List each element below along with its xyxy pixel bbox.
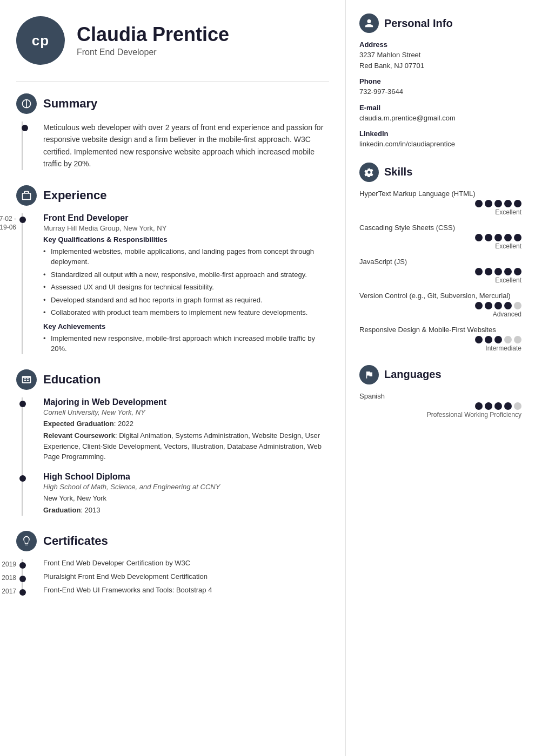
languages-list: SpanishProfessional Working Proficiency <box>359 392 521 418</box>
summary-text: Meticulous web developer with over 2 yea… <box>43 122 329 170</box>
skill-dot <box>494 268 502 275</box>
experience-header: Experience <box>16 185 329 206</box>
skill-dot <box>485 200 492 207</box>
linkedin-value: linkedin.com/in/claudiaprentice <box>359 139 521 150</box>
skill-dots <box>359 234 521 241</box>
skill-item: Responsive Design & Mobile-First Website… <box>359 326 521 352</box>
language-dot <box>514 402 521 410</box>
candidate-name: Claudia Prentice <box>77 24 229 45</box>
languages-header: Languages <box>359 365 521 384</box>
cert-year: 2017 <box>0 587 16 596</box>
skill-dot <box>475 268 483 275</box>
skill-item: Version Control (e.g., Git, Subversion, … <box>359 292 521 318</box>
languages-section: Languages SpanishProfessional Working Pr… <box>359 365 521 418</box>
personal-info-icon <box>359 14 379 33</box>
skill-level: Excellent <box>359 276 521 284</box>
linkedin-label: LinkedIn <box>359 130 521 138</box>
experience-section: Experience 2017-02 - 2019-06 Front End D… <box>16 185 329 354</box>
phone-label: Phone <box>359 77 521 85</box>
person-icon <box>364 18 374 28</box>
edu-item: High School Diploma High School of Math,… <box>43 472 329 516</box>
skill-dot <box>514 268 521 275</box>
skill-dot <box>485 302 492 309</box>
edu-item: Majoring in Web Development Cornell Univ… <box>43 397 329 462</box>
language-item: SpanishProfessional Working Proficiency <box>359 392 521 418</box>
responsibilities-list: Implemented websites, mobile application… <box>43 246 329 318</box>
skills-icon <box>359 163 379 182</box>
personal-info-section: Personal Info Address 3237 Mahlon Street… <box>359 14 521 150</box>
cert-year: 2019 <box>0 560 16 569</box>
edu-degree: Majoring in Web Development <box>43 397 329 407</box>
skill-level: Excellent <box>359 242 521 250</box>
skill-dot <box>514 302 521 309</box>
skill-name: HyperText Markup Language (HTML) <box>359 190 521 198</box>
skill-dot <box>504 268 512 275</box>
skill-dot <box>485 336 492 343</box>
info-linkedin: LinkedIn linkedin.com/in/claudiaprentice <box>359 130 521 150</box>
responsibility-item: Assessed UX and UI designs for technical… <box>43 282 329 293</box>
skill-dot <box>494 200 502 207</box>
language-dot <box>494 402 502 410</box>
settings-icon <box>364 167 374 177</box>
skill-dot <box>504 336 512 343</box>
languages-icon <box>359 365 379 384</box>
edu-degree: High School Diploma <box>43 472 329 482</box>
graduation-icon <box>21 374 32 385</box>
cert-text: Front-End Web UI Frameworks and Tools: B… <box>43 586 329 594</box>
responsibility-item: Developed standard and ad hoc reports in… <box>43 295 329 306</box>
certificates-section: Certificates 2019 Front End Web Develope… <box>16 531 329 594</box>
education-icon <box>16 369 37 390</box>
address-value: 3237 Mahlon StreetRed Bank, NJ 07701 <box>359 50 521 71</box>
edu-graduation: Graduation: 2013 <box>43 505 329 516</box>
edu-coursework: Relevant Coursework: Digital Animation, … <box>43 430 329 462</box>
skill-dots <box>359 302 521 309</box>
education-timeline: Majoring in Web Development Cornell Univ… <box>16 397 329 516</box>
skill-dot <box>494 302 502 309</box>
skill-name: JavaScript (JS) <box>359 258 521 266</box>
skill-level: Intermediate <box>359 345 521 352</box>
responsibility-item: Collaborated with product team members t… <box>43 307 329 318</box>
personal-info-header: Personal Info <box>359 14 521 33</box>
skill-item: Cascading Style Sheets (CSS)Excellent <box>359 224 521 250</box>
education-title: Education <box>43 373 101 387</box>
certificates-timeline: 2019 Front End Web Developer Certificati… <box>16 559 329 594</box>
language-dot <box>485 402 492 410</box>
skill-dot <box>485 234 492 241</box>
certificates-icon <box>16 531 37 551</box>
summary-timeline: Meticulous web developer with over 2 yea… <box>16 122 329 170</box>
job-date: 2017-02 - 2019-06 <box>0 214 16 233</box>
edu-location: New York, New York <box>43 493 329 504</box>
skill-dot <box>475 336 483 343</box>
education-section: Education Majoring in Web Development Co… <box>16 369 329 516</box>
avatar-initials: cp <box>32 32 49 49</box>
address-label: Address <box>359 40 521 49</box>
job-company: Murray Hill Media Group, New York, NY <box>43 224 329 232</box>
resume-header: cp Claudia Prentice Front End Developer <box>16 16 329 65</box>
summary-icon <box>16 93 37 114</box>
language-dot <box>504 402 512 410</box>
summary-section: Summary Meticulous web developer with ov… <box>16 93 329 170</box>
skill-dots <box>359 336 521 343</box>
skill-name: Version Control (e.g., Git, Subversion, … <box>359 292 521 300</box>
phone-value: 732-997-3644 <box>359 86 521 97</box>
cert-item: 2019 Front End Web Developer Certificati… <box>43 559 329 567</box>
skill-dot <box>514 200 521 207</box>
skill-level: Excellent <box>359 208 521 216</box>
achievements-list: Implemented new responsive, mobile-first… <box>43 333 329 354</box>
language-dots <box>359 402 521 410</box>
language-name: Spanish <box>359 392 521 400</box>
experience-title: Experience <box>43 188 106 202</box>
experience-timeline: 2017-02 - 2019-06 Front End Developer Mu… <box>16 213 329 354</box>
cert-text: Front End Web Developer Certification by… <box>43 559 329 567</box>
experience-icon <box>16 185 37 206</box>
header-divider <box>16 81 329 82</box>
responsibility-item: Implemented websites, mobile application… <box>43 246 329 267</box>
language-dot <box>475 402 483 410</box>
skill-level: Advanced <box>359 310 521 318</box>
info-email: E-mail claudia.m.prentice@gmail.com <box>359 104 521 124</box>
responsibility-item: Standardized all output with a new, resp… <box>43 269 329 280</box>
globe-icon <box>21 98 32 109</box>
email-label: E-mail <box>359 104 521 112</box>
email-value: claudia.m.prentice@gmail.com <box>359 113 521 124</box>
skill-dot <box>494 234 502 241</box>
